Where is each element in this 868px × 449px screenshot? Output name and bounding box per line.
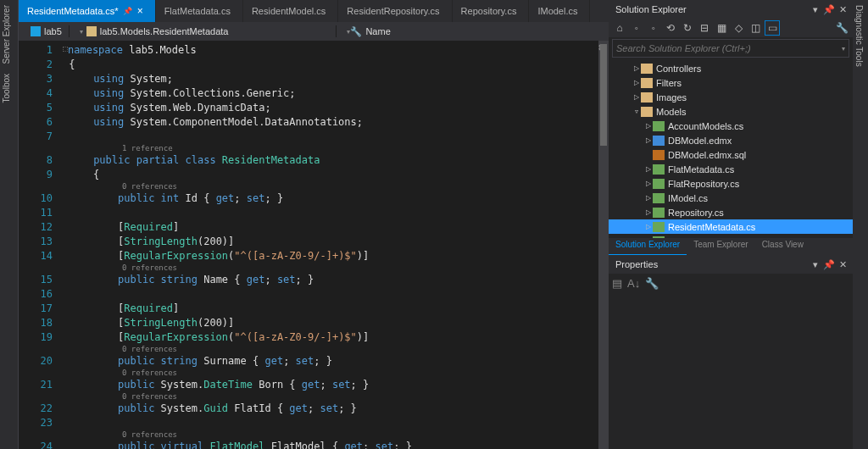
solution-subtabs: Solution ExplorerTeam ExplorerClass View (609, 238, 853, 255)
close-icon[interactable]: ✕ (836, 4, 849, 15)
dropdown-icon[interactable]: ▾ (809, 4, 822, 15)
cs-icon (653, 121, 665, 131)
cs-icon (653, 222, 665, 232)
forward-icon[interactable]: ◦ (646, 20, 661, 36)
collapse-icon[interactable]: ⊟ (697, 20, 712, 36)
tree-item[interactable]: ▷Images (609, 90, 853, 104)
view-code-icon[interactable]: ▭ (765, 20, 780, 36)
scroll-thumb[interactable] (600, 44, 607, 146)
tool-server-explorer[interactable]: Server Explorer (0, 0, 18, 69)
subtab[interactable]: Solution Explorer (609, 238, 687, 255)
tree-item[interactable]: ▷FlatMetadata.cs (609, 162, 853, 176)
sync-icon[interactable]: ⟲ (663, 20, 678, 36)
tree-item[interactable]: ▷AccountModels.cs (609, 119, 853, 133)
breadcrumb-namespace[interactable]: ▾ lab5.Models.ResidentMetadata (70, 22, 337, 41)
file-tab[interactable]: Repository.cs (453, 0, 530, 22)
folder-icon (641, 107, 653, 117)
tree-item[interactable]: ▷Controllers (609, 61, 853, 75)
tree-item[interactable]: ▷Repository.cs (609, 205, 853, 219)
file-tab[interactable]: ResidentModel.cs (243, 0, 338, 22)
tree-label: Models (656, 107, 686, 117)
breadcrumb-member[interactable]: ▾ 🔧 Name (337, 22, 604, 41)
pin-icon[interactable]: 📌 (822, 259, 836, 270)
subtab[interactable]: Class View (755, 238, 810, 255)
close-icon[interactable]: ✕ (836, 259, 849, 270)
expand-icon[interactable]: ▷ (632, 64, 641, 72)
wrench-icon[interactable]: 🔧 (834, 20, 849, 36)
expand-icon[interactable]: ▷ (644, 165, 653, 173)
refresh-icon[interactable]: ↻ (680, 20, 695, 36)
expand-icon[interactable]: ▷ (632, 93, 641, 101)
right-pane: Solution Explorer ▾ 📌 ✕ ⌂ ◦ ◦ ⟲ ↻ ⊟ ▦ ◇ … (609, 0, 853, 449)
chevron-down-icon[interactable]: ▾ (842, 45, 845, 53)
tool-toolbox[interactable]: Toolbox (0, 69, 18, 108)
tree-item[interactable]: ▷ResidentMetadata.cs (609, 219, 853, 234)
search-input[interactable] (616, 43, 842, 53)
subtab[interactable]: Team Explorer (687, 238, 754, 255)
line-numbers: 1234567891011121314151617181920212223242… (19, 41, 63, 449)
tree-label: Repository.cs (668, 208, 724, 218)
tree-item[interactable]: ▷DBModel.edmx (609, 133, 853, 147)
file-tab[interactable]: ResidentMetadata.cs*📌× (19, 0, 156, 22)
tree-label: Images (656, 92, 687, 103)
folder-icon (641, 64, 653, 74)
properties-icon[interactable]: ◇ (731, 20, 746, 36)
file-tab[interactable]: IModel.cs (529, 0, 590, 22)
expand-icon[interactable]: ▷ (644, 208, 653, 216)
pin-icon[interactable]: 📌 (822, 4, 836, 15)
dropdown-icon[interactable]: ▾ (809, 259, 822, 270)
right-tool-well: Diagnostic Tools (853, 0, 868, 449)
folder-icon (641, 92, 653, 103)
expand-icon[interactable]: ▷ (644, 180, 653, 187)
pin-icon[interactable]: 📌 (123, 7, 132, 15)
code-editor[interactable]: namespace lab5.Models { using System; us… (63, 41, 598, 449)
home-icon[interactable]: ⌂ (612, 20, 627, 36)
file-tab[interactable]: ResidentRepository.cs (338, 0, 452, 22)
tree-label: DBModel.edmx.sql (668, 150, 746, 160)
cs-icon (653, 193, 665, 203)
expand-icon[interactable]: ▷ (644, 223, 653, 230)
db-icon (653, 136, 665, 146)
back-icon[interactable]: ◦ (629, 20, 644, 36)
breadcrumb-project[interactable]: lab5 (24, 22, 69, 41)
folder-icon (641, 78, 653, 88)
tool-diagnostic[interactable]: Diagnostic Tools (853, 0, 865, 72)
properties-title: Properties (615, 259, 809, 269)
properties-header: Properties ▾ 📌 ✕ (609, 255, 853, 274)
tree-item[interactable]: ▷IModel.cs (609, 191, 853, 205)
breadcrumb-member-label: Name (365, 26, 390, 36)
file-tabs: ResidentMetadata.cs*📌×FlatMetadata.csRes… (19, 0, 609, 22)
tree-label: FlatMetadata.cs (668, 164, 734, 175)
solution-explorer-toolbar: ⌂ ◦ ◦ ⟲ ↻ ⊟ ▦ ◇ ◫ ▭ 🔧 (609, 19, 853, 37)
solution-explorer-title: Solution Explorer (615, 4, 809, 14)
wrench-icon[interactable]: 🔧 (645, 277, 659, 290)
tree-label: ResidentMetadata.cs (668, 222, 755, 232)
show-all-icon[interactable]: ▦ (714, 20, 729, 36)
properties-toolbar: ▤ A↓ 🔧 (609, 274, 853, 293)
tree-label: FlatRepository.cs (668, 179, 739, 189)
alphabetical-icon[interactable]: A↓ (627, 277, 640, 290)
expand-icon[interactable]: ▿ (632, 108, 641, 115)
solution-search[interactable]: ▾ (612, 39, 849, 58)
expand-icon[interactable]: ▷ (632, 79, 641, 86)
tree-item[interactable]: DBModel.edmx.sql (609, 147, 853, 162)
tree-label: IModel.cs (668, 193, 708, 203)
tree-item[interactable]: ▷FlatRepository.cs (609, 176, 853, 191)
preview-icon[interactable]: ◫ (748, 20, 763, 36)
wrench-icon: 🔧 (350, 26, 362, 37)
tree-label: DBModel.edmx (668, 136, 732, 146)
close-icon[interactable]: × (137, 5, 143, 17)
tree-item[interactable]: ▷Filters (609, 75, 853, 90)
script-icon (653, 150, 665, 160)
breadcrumb: lab5 ▾ lab5.Models.ResidentMetadata ▾ 🔧 … (19, 22, 609, 41)
categorized-icon[interactable]: ▤ (612, 277, 622, 290)
expand-icon[interactable]: ▷ (644, 194, 653, 202)
properties-body: ▤ A↓ 🔧 (609, 274, 853, 449)
vertical-scrollbar[interactable]: ⬍ (598, 41, 609, 449)
tree-label: AccountModels.cs (668, 121, 743, 131)
file-tab[interactable]: FlatMetadata.cs (156, 0, 243, 22)
expand-icon[interactable]: ▷ (644, 136, 653, 144)
expand-icon[interactable]: ▷ (644, 122, 653, 130)
tree-item[interactable]: ▿Models (609, 104, 853, 119)
chevron-down-icon: ▾ (80, 28, 83, 36)
